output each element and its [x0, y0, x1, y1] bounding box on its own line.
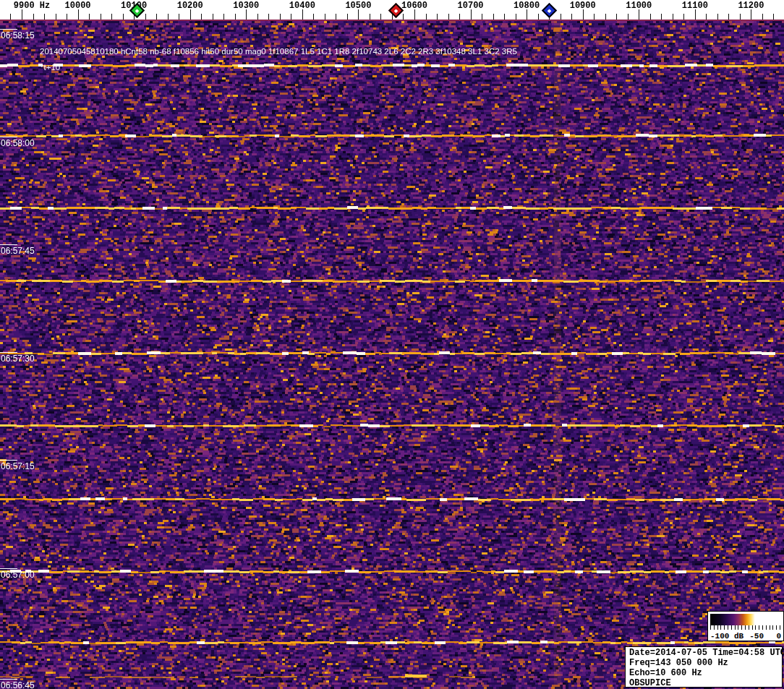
meteor-observation-screen: 9900 Hz100001010010200103001040010500106… — [0, 0, 784, 689]
freq-tick-minor — [33, 14, 34, 20]
info-box: Date=2014-07-05 Time=04:58 UTC Freq=143 … — [625, 646, 783, 688]
freq-label: 10900 — [570, 1, 596, 11]
freq-tick-minor — [291, 14, 291, 20]
freq-tick-minor — [268, 14, 269, 20]
freq-tick-minor — [740, 14, 741, 20]
freq-tick-major — [527, 9, 527, 20]
freq-tick-major — [695, 9, 696, 20]
time-label: 06:57:00 — [1, 570, 35, 580]
time-tick — [0, 460, 17, 461]
threshold-text: *t+10 — [41, 63, 60, 72]
freq-label: 10200 — [177, 1, 203, 11]
freq-tick-minor — [728, 14, 729, 20]
frequency-axis: 9900 Hz100001010010200103001040010500106… — [0, 0, 784, 21]
freq-tick-minor — [571, 14, 572, 20]
marker-center-dot-icon — [394, 9, 399, 13]
freq-label: 11200 — [738, 1, 764, 11]
freq-tick-minor — [459, 14, 460, 20]
freq-tick-minor — [347, 14, 348, 20]
freq-tick-minor — [201, 14, 202, 20]
colorbar-gradient — [710, 614, 781, 625]
freq-tick-minor — [773, 14, 774, 20]
time-tick — [0, 244, 17, 245]
freq-tick-minor — [168, 14, 169, 20]
freq-tick-minor — [403, 14, 404, 20]
freq-tick-major — [471, 9, 472, 20]
colorbar-label-mid: -50 — [749, 632, 764, 641]
time-label: 06:57:30 — [1, 354, 35, 364]
freq-tick-major — [22, 9, 22, 20]
time-tick — [0, 29, 17, 30]
colorbar-label-left: -100 dB — [710, 632, 743, 641]
freq-tick-minor — [325, 14, 325, 20]
time-label: 06:56:45 — [1, 680, 35, 689]
freq-tick-major — [751, 9, 751, 20]
colorbar-ticks-icon — [710, 625, 781, 630]
freq-tick-minor — [605, 14, 606, 20]
time-tick — [0, 137, 17, 137]
marker-diamond-blue-icon[interactable] — [542, 3, 557, 18]
freq-tick-major — [358, 9, 359, 20]
freq-tick-major — [78, 9, 79, 20]
freq-tick-minor — [235, 14, 236, 20]
freq-tick-major — [190, 9, 191, 20]
freq-tick-minor — [101, 14, 101, 20]
freq-tick-minor — [223, 14, 224, 20]
freq-tick-minor — [56, 14, 56, 20]
freq-tick-minor — [123, 14, 124, 20]
freq-tick-minor — [628, 14, 629, 20]
time-tick — [0, 352, 17, 353]
freq-tick-major — [246, 9, 247, 20]
marker-center-dot-icon — [547, 9, 551, 13]
freq-label: 10800 — [514, 1, 540, 11]
time-label: 06:57:15 — [1, 461, 35, 471]
freq-tick-minor — [504, 14, 505, 20]
freq-tick-major — [639, 9, 639, 20]
time-label: 06:58:15 — [1, 30, 35, 40]
marker-center-dot-icon — [135, 9, 139, 13]
freq-tick-minor — [448, 14, 449, 20]
time-label: 06:58:00 — [1, 138, 35, 148]
freq-tick-minor — [437, 14, 438, 20]
freq-label: 10700 — [458, 1, 484, 11]
hit-info-text: 20140705045810180 hCnt58 nb-68 f10856 hi… — [40, 47, 517, 56]
time-tick — [0, 568, 17, 569]
spectrogram-canvas — [0, 21, 784, 689]
freq-label: 9900 Hz — [14, 1, 50, 11]
freq-tick-minor — [336, 14, 336, 20]
freq-label: 10500 — [345, 1, 371, 11]
freq-label: 11000 — [626, 1, 652, 11]
freq-tick-minor — [538, 14, 539, 20]
freq-tick-minor — [370, 14, 370, 20]
freq-label: 10000 — [65, 1, 91, 11]
freq-tick-minor — [313, 14, 314, 20]
freq-tick-minor — [179, 14, 179, 20]
freq-tick-minor — [380, 14, 381, 20]
freq-tick-minor — [482, 14, 482, 20]
freq-tick-minor — [683, 14, 684, 20]
freq-tick-major — [414, 9, 415, 20]
freq-tick-minor — [706, 14, 707, 20]
time-label: 06:57:45 — [1, 246, 35, 256]
info-line-station: OBSUPICE — [629, 678, 782, 688]
freq-tick-minor — [257, 14, 258, 20]
colorbar: -100 dB -50 0 — [707, 611, 784, 641]
freq-tick-minor — [213, 14, 213, 20]
info-line-freq: Freq=143 050 000 Hz — [629, 658, 782, 668]
freq-label: 10600 — [401, 1, 427, 11]
freq-tick-minor — [426, 14, 427, 20]
freq-tick-minor — [717, 14, 718, 20]
freq-tick-minor — [493, 14, 494, 20]
freq-tick-minor — [616, 14, 617, 20]
freq-tick-minor — [10, 14, 11, 20]
freq-tick-minor — [561, 14, 561, 20]
freq-tick-minor — [516, 14, 516, 20]
freq-tick-minor — [594, 14, 595, 20]
freq-label: 10300 — [233, 1, 259, 11]
freq-tick-minor — [145, 14, 146, 20]
freq-tick-minor — [44, 14, 45, 20]
freq-tick-minor — [111, 14, 112, 20]
freq-tick-minor — [280, 14, 281, 20]
time-tick — [0, 679, 17, 680]
freq-tick-major — [302, 9, 303, 20]
